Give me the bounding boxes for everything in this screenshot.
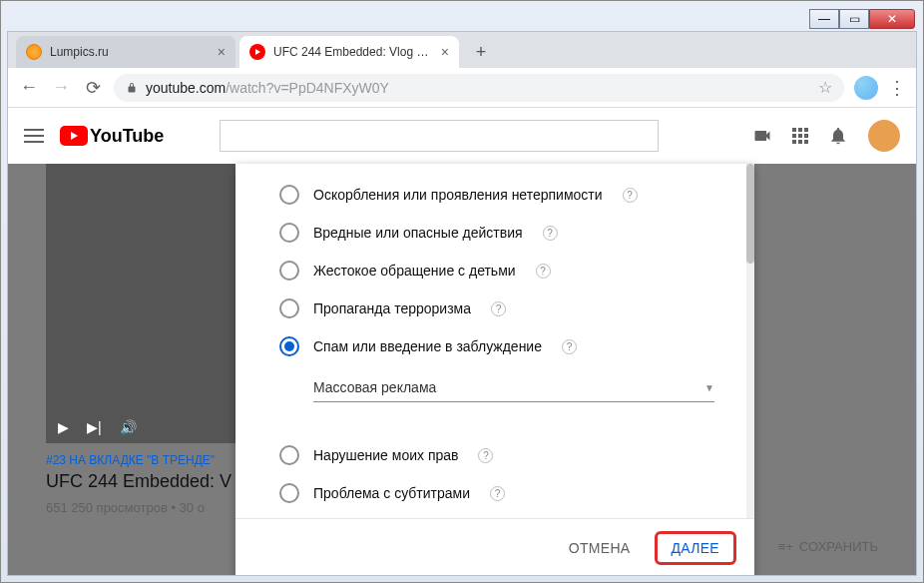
page-content: YouTube ▶ ▶| 🔊 ▭ ⛶	[8, 108, 916, 575]
volume-icon[interactable]: 🔊	[120, 419, 137, 435]
youtube-logo[interactable]: YouTube	[60, 126, 164, 147]
playlist-add-icon: ≡+	[778, 539, 793, 554]
lock-icon	[126, 81, 138, 95]
search-input[interactable]	[220, 120, 659, 152]
youtube-play-icon	[60, 126, 88, 146]
youtube-logo-text: YouTube	[90, 126, 164, 147]
notifications-bell-icon[interactable]	[828, 126, 848, 146]
radio-checked-icon	[279, 336, 299, 356]
youtube-header: YouTube	[8, 108, 916, 164]
report-option-harmful[interactable]: Вредные или опасные действия ?	[235, 214, 754, 252]
help-icon[interactable]: ?	[491, 301, 506, 316]
report-option-rights[interactable]: Нарушение моих прав ?	[235, 436, 754, 474]
radio-icon	[279, 298, 299, 318]
save-button[interactable]: ≡+ СОХРАНИТЬ	[778, 539, 878, 554]
bookmark-star-icon[interactable]: ☆	[818, 78, 832, 97]
url-path: /watch?v=PpD4NFXyW0Y	[226, 80, 389, 96]
browser-toolbar: ← → ⟳ youtube.com/watch?v=PpD4NFXyW0Y ☆ …	[8, 68, 916, 108]
forward-button[interactable]: →	[50, 77, 72, 99]
browser-menu-icon[interactable]: ⋮	[888, 77, 906, 99]
radio-icon	[279, 223, 299, 243]
address-bar[interactable]: youtube.com/watch?v=PpD4NFXyW0Y ☆	[114, 74, 844, 102]
window-close-button[interactable]: ✕	[869, 9, 915, 29]
tab-close-icon[interactable]: ×	[218, 44, 226, 60]
reload-button[interactable]: ⟳	[82, 77, 104, 99]
radio-icon	[279, 445, 299, 465]
user-avatar[interactable]	[868, 120, 900, 152]
tab-close-icon[interactable]: ×	[441, 44, 449, 60]
help-icon[interactable]: ?	[562, 339, 577, 354]
report-option-spam[interactable]: Спам или введение в заблуждение ?	[235, 327, 754, 365]
play-icon[interactable]: ▶	[58, 419, 69, 435]
spam-subtype-select[interactable]: Массовая реклама ▼	[313, 373, 714, 402]
radio-icon	[279, 483, 299, 503]
window-maximize-button[interactable]: ▭	[839, 9, 869, 29]
favicon-lumpics-icon	[26, 44, 42, 60]
tab-youtube[interactable]: UFC 244 Embedded: Vlog Series ×	[239, 36, 459, 68]
back-button[interactable]: ←	[18, 77, 40, 99]
tab-lumpics[interactable]: Lumpics.ru ×	[16, 36, 235, 68]
next-icon[interactable]: ▶|	[87, 419, 102, 435]
radio-icon	[279, 185, 299, 205]
cancel-button[interactable]: ОТМЕНА	[555, 532, 645, 564]
profile-avatar[interactable]	[854, 76, 878, 100]
help-icon[interactable]: ?	[536, 264, 551, 279]
window-titlebar: — ▭ ✕	[7, 7, 917, 31]
tab-title: UFC 244 Embedded: Vlog Series	[273, 45, 435, 59]
scrollbar[interactable]	[746, 164, 754, 518]
hamburger-menu-icon[interactable]	[24, 129, 44, 143]
report-dialog: Оскорбления или проявления нетерпимости …	[235, 164, 754, 575]
scrollbar-thumb[interactable]	[746, 164, 754, 264]
help-icon[interactable]: ?	[478, 448, 493, 463]
chevron-down-icon: ▼	[704, 382, 714, 393]
tab-title: Lumpics.ru	[50, 45, 212, 59]
report-option-terrorism[interactable]: Пропаганда терроризма ?	[235, 290, 754, 327]
help-icon[interactable]: ?	[543, 226, 558, 241]
window-minimize-button[interactable]: —	[809, 9, 839, 29]
favicon-youtube-icon	[249, 44, 265, 60]
help-icon[interactable]: ?	[623, 188, 638, 203]
select-value: Массовая реклама	[313, 379, 436, 395]
report-option-insults[interactable]: Оскорбления или проявления нетерпимости …	[235, 176, 754, 214]
create-video-icon[interactable]	[752, 126, 772, 146]
radio-icon	[279, 261, 299, 281]
apps-grid-icon[interactable]	[792, 128, 808, 144]
report-option-captions[interactable]: Проблема с субтитрами ?	[235, 474, 754, 512]
next-button[interactable]: ДАЛЕЕ	[655, 531, 737, 565]
url-domain: youtube.com	[146, 80, 226, 96]
help-icon[interactable]: ?	[490, 486, 505, 501]
report-option-child-abuse[interactable]: Жестокое обращение с детьми ?	[235, 252, 754, 290]
new-tab-button[interactable]: +	[467, 38, 495, 66]
browser-tabs: Lumpics.ru × UFC 244 Embedded: Vlog Seri…	[8, 32, 916, 68]
